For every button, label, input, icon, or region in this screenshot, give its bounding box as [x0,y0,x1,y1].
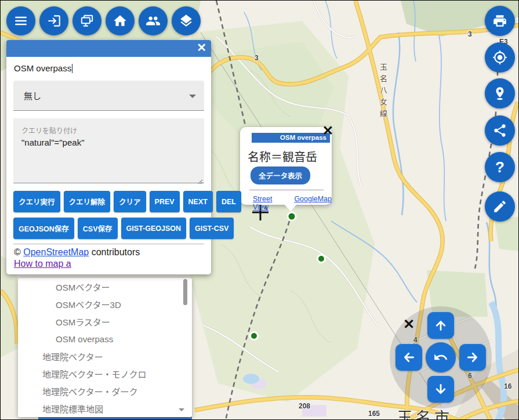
edit-button[interactable] [485,191,515,222]
gist-geojson-button[interactable]: GIST-GEOJSON [121,218,186,239]
peak-marker[interactable] [318,255,325,263]
layer-item-gsi-vector-dark[interactable]: 地理院ベクター・ダーク [18,382,192,400]
arrow-down-icon [433,382,448,397]
arrow-right-icon [465,350,480,365]
map-application: E3 3 3 208 165 4 6 16 玉名市 玉名八女線 [0,0,519,420]
layer-item-osm-vector-3d[interactable]: OSMベクター3D [18,295,192,313]
osm-overpass-dialog: ✕ OSM overpass 無し クエリを貼り付け "natural"="pe… [6,40,211,274]
layer-item-gsi-standard[interactable]: 地理院標準地図 [18,400,192,417]
layer-item-osm-raster[interactable]: OSMラスター [18,313,192,330]
query-textarea-value: "natural"="peak" [21,137,84,147]
query-textarea-label: クエリを貼り付け [21,125,77,135]
pan-left-button[interactable] [395,344,422,371]
chevron-down-icon [189,95,196,98]
action-button-row: クエリ実行 クエリ解除 クリア PREV NEXT DEL [13,191,241,212]
home-button[interactable] [106,6,135,35]
layer-menu: OSMベクター OSMベクター3D OSMラスター OSM overpass 地… [18,278,192,417]
resize-grip-icon[interactable] [198,179,203,184]
layer-item-osm-overpass[interactable]: OSM overpass [18,330,192,347]
edit-pencil-icon [492,199,507,214]
save-csv-button[interactable]: CSV保存 [78,218,118,239]
road-label-16: 16 [504,382,511,390]
attribution: © OpenStreetMap contributors How to map … [14,247,140,270]
google-map-link[interactable]: GoogleMap [294,195,332,211]
share-button[interactable] [485,115,515,146]
pan-down-button[interactable] [427,376,454,403]
divider [13,244,204,244]
layer-item-gsi-vector[interactable]: 地理院ベクター [18,347,192,365]
layers-icon [179,13,194,28]
popup-source-badge: OSM overpass [252,133,330,143]
scrollbar-thumb[interactable] [183,279,187,305]
locate-button[interactable] [485,42,515,73]
peak-marker[interactable] [251,332,258,340]
place-pin-icon [492,86,507,101]
share-icon [492,123,507,138]
close-icon[interactable]: ✕ [197,41,206,55]
copyright-symbol: © [14,247,21,257]
arrow-left-icon [401,350,416,365]
lake [243,374,259,384]
how-to-map-link[interactable]: How to map a [14,259,71,269]
road-label-165: 165 [368,410,380,418]
text-cursor [72,64,72,73]
users-button[interactable] [139,6,168,35]
layer-name-value: OSM overpass [14,63,71,73]
del-button[interactable]: DEL [216,191,241,212]
divider [249,190,324,190]
show-all-data-button[interactable]: 全データ表示 [251,166,310,184]
feature-popup: OSM overpass ✕ 名称＝観音岳 全データ表示 Street View… [240,127,332,205]
sign-in-button[interactable] [39,6,68,35]
help-icon: ? [495,158,505,176]
save-geojson-button[interactable]: GEOJSON保存 [13,218,74,239]
layers-button[interactable] [172,6,201,35]
road-label-3b: 3 [255,54,259,62]
popup-links: Street View GoogleMap [253,195,332,211]
close-icon[interactable]: ✕ [322,124,333,137]
save-button-row: GEOJSON保存 CSV保存 GIST-GEOJSON GIST-CSV [13,218,234,239]
layer-item-gsi-vector-mono[interactable]: 地理院ベクター・モノクロ [18,365,192,382]
road-label-208: 208 [299,402,310,410]
next-button[interactable]: NEXT [183,191,213,212]
street-view-link[interactable]: Street View [253,195,284,211]
chevron-down-icon[interactable] [179,408,184,411]
displays-icon [79,13,95,28]
clear-query-button[interactable]: クエリ解除 [64,191,111,212]
menu-button[interactable] [6,6,35,35]
pan-right-button[interactable] [459,344,486,371]
undo-icon [433,350,448,365]
home-icon [112,13,128,28]
preset-select-value: 無し [24,89,41,102]
pan-up-button[interactable] [427,312,454,339]
peak-marker-selected[interactable] [288,212,296,220]
road-label-3: 3 [468,30,472,38]
preset-select[interactable]: 無し [13,81,204,111]
contributors-text: contributors [92,247,140,257]
layer-name-input[interactable]: OSM overpass [14,63,72,73]
help-button[interactable]: ? [485,152,515,182]
clear-button[interactable]: クリア [114,191,146,212]
layer-item-osm-vector[interactable]: OSMベクター [18,278,192,295]
dialog-header[interactable]: ✕ [6,40,211,57]
road-name-label: 玉名八女線 [378,63,389,121]
openstreetmap-link[interactable]: OpenStreetMap [23,247,89,257]
printer-icon [492,13,507,28]
arrow-up-icon [433,318,448,333]
close-icon[interactable]: ✕ [403,317,415,331]
undo-button[interactable] [426,342,456,372]
print-button[interactable] [485,6,515,36]
users-icon [146,13,161,28]
my-location-icon [492,50,507,65]
street-view-button[interactable] [485,78,515,108]
sign-in-icon [46,13,61,28]
gist-csv-button[interactable]: GIST-CSV [190,218,234,239]
displays-button[interactable] [72,6,101,35]
prev-button[interactable]: PREV [150,191,180,212]
menu-icon [13,13,28,28]
feature-title: 名称＝観音岳 [248,148,317,165]
run-query-button[interactable]: クエリ実行 [13,191,60,212]
